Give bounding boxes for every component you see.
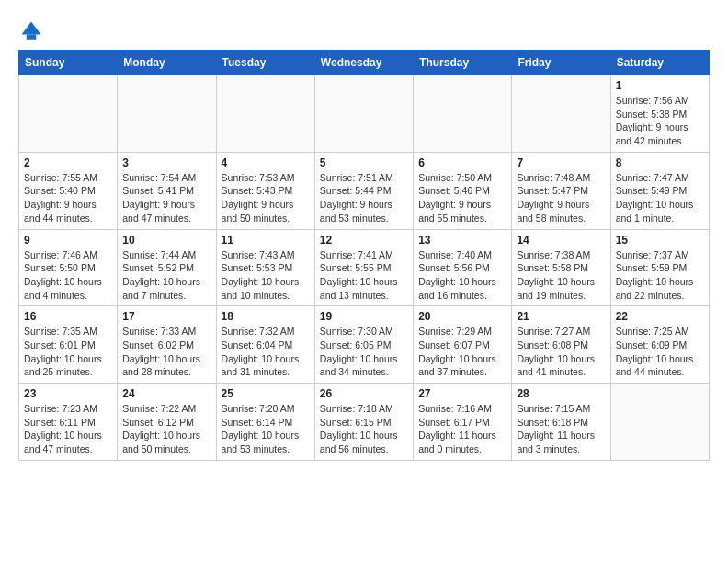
day-cell: [414, 75, 512, 153]
day-number: 7: [517, 156, 605, 169]
day-cell: 25Sunrise: 7:20 AM Sunset: 6:14 PM Dayli…: [216, 384, 314, 461]
day-cell: 1Sunrise: 7:56 AM Sunset: 5:38 PM Daylig…: [610, 75, 709, 153]
day-cell: 8Sunrise: 7:47 AM Sunset: 5:49 PM Daylig…: [610, 152, 709, 229]
day-info: Sunrise: 7:41 AM Sunset: 5:55 PM Dayligh…: [320, 248, 408, 303]
day-cell: 10Sunrise: 7:44 AM Sunset: 5:52 PM Dayli…: [118, 229, 216, 306]
day-cell: [19, 75, 118, 153]
day-cell: 5Sunrise: 7:51 AM Sunset: 5:44 PM Daylig…: [314, 152, 413, 229]
day-info: Sunrise: 7:50 AM Sunset: 5:46 PM Dayligh…: [418, 171, 506, 225]
day-info: Sunrise: 7:51 AM Sunset: 5:44 PM Dayligh…: [320, 171, 408, 225]
day-cell: 26Sunrise: 7:18 AM Sunset: 6:15 PM Dayli…: [314, 384, 413, 461]
day-info: Sunrise: 7:16 AM Sunset: 6:17 PM Dayligh…: [418, 402, 506, 456]
week-row-2: 2Sunrise: 7:55 AM Sunset: 5:40 PM Daylig…: [19, 152, 710, 229]
day-cell: 16Sunrise: 7:35 AM Sunset: 6:01 PM Dayli…: [19, 306, 118, 384]
day-cell: 2Sunrise: 7:55 AM Sunset: 5:40 PM Daylig…: [19, 152, 118, 229]
day-info: Sunrise: 7:56 AM Sunset: 5:38 PM Dayligh…: [616, 94, 704, 148]
day-cell: 6Sunrise: 7:50 AM Sunset: 5:46 PM Daylig…: [414, 152, 512, 229]
day-number: 10: [122, 234, 210, 247]
day-number: 6: [418, 156, 506, 169]
day-cell: [216, 75, 314, 153]
day-info: Sunrise: 7:22 AM Sunset: 6:12 PM Dayligh…: [122, 402, 210, 456]
day-info: Sunrise: 7:53 AM Sunset: 5:43 PM Dayligh…: [222, 171, 310, 225]
day-cell: 7Sunrise: 7:48 AM Sunset: 5:47 PM Daylig…: [512, 152, 610, 229]
day-number: 8: [616, 156, 704, 169]
day-cell: 23Sunrise: 7:23 AM Sunset: 6:11 PM Dayli…: [19, 384, 118, 461]
day-info: Sunrise: 7:43 AM Sunset: 5:53 PM Dayligh…: [222, 248, 310, 303]
day-info: Sunrise: 7:47 AM Sunset: 5:49 PM Dayligh…: [616, 171, 704, 225]
day-info: Sunrise: 7:23 AM Sunset: 6:11 PM Dayligh…: [24, 402, 112, 456]
day-cell: 19Sunrise: 7:30 AM Sunset: 6:05 PM Dayli…: [314, 306, 413, 384]
day-info: Sunrise: 7:20 AM Sunset: 6:14 PM Dayligh…: [222, 402, 310, 456]
day-cell: 11Sunrise: 7:43 AM Sunset: 5:53 PM Dayli…: [216, 229, 314, 306]
day-info: Sunrise: 7:33 AM Sunset: 6:02 PM Dayligh…: [122, 325, 210, 379]
day-number: 17: [122, 310, 210, 323]
day-cell: 24Sunrise: 7:22 AM Sunset: 6:12 PM Dayli…: [118, 384, 216, 461]
day-number: 26: [320, 387, 408, 400]
day-number: 18: [222, 310, 310, 323]
day-number: 16: [24, 310, 112, 323]
week-row-1: 1Sunrise: 7:56 AM Sunset: 5:38 PM Daylig…: [19, 75, 710, 153]
day-number: 13: [418, 234, 506, 247]
day-cell: 27Sunrise: 7:16 AM Sunset: 6:17 PM Dayli…: [414, 384, 512, 461]
day-info: Sunrise: 7:55 AM Sunset: 5:40 PM Dayligh…: [24, 171, 112, 225]
day-info: Sunrise: 7:54 AM Sunset: 5:41 PM Dayligh…: [122, 171, 210, 225]
header: [18, 15, 710, 44]
weekday-header-tuesday: Tuesday: [216, 51, 314, 75]
weekday-header-monday: Monday: [118, 51, 216, 75]
day-cell: [610, 384, 709, 461]
day-number: 5: [320, 156, 408, 169]
day-cell: [512, 75, 610, 153]
day-cell: 4Sunrise: 7:53 AM Sunset: 5:43 PM Daylig…: [216, 152, 314, 229]
day-number: 12: [320, 234, 408, 247]
day-number: 23: [24, 387, 112, 400]
day-cell: [314, 75, 413, 153]
day-info: Sunrise: 7:29 AM Sunset: 6:07 PM Dayligh…: [418, 325, 506, 379]
logo: [18, 18, 46, 44]
day-info: Sunrise: 7:27 AM Sunset: 6:08 PM Dayligh…: [517, 325, 605, 379]
logo-icon: [18, 18, 44, 44]
week-row-3: 9Sunrise: 7:46 AM Sunset: 5:50 PM Daylig…: [19, 229, 710, 306]
calendar-table: SundayMondayTuesdayWednesdayThursdayFrid…: [18, 50, 710, 461]
day-number: 15: [616, 234, 704, 247]
day-info: Sunrise: 7:38 AM Sunset: 5:58 PM Dayligh…: [517, 248, 605, 303]
week-row-4: 16Sunrise: 7:35 AM Sunset: 6:01 PM Dayli…: [19, 306, 710, 384]
day-cell: 22Sunrise: 7:25 AM Sunset: 6:09 PM Dayli…: [610, 306, 709, 384]
day-cell: 12Sunrise: 7:41 AM Sunset: 5:55 PM Dayli…: [314, 229, 413, 306]
day-info: Sunrise: 7:40 AM Sunset: 5:56 PM Dayligh…: [418, 248, 506, 303]
day-cell: 13Sunrise: 7:40 AM Sunset: 5:56 PM Dayli…: [414, 229, 512, 306]
day-info: Sunrise: 7:46 AM Sunset: 5:50 PM Dayligh…: [24, 248, 112, 303]
week-row-5: 23Sunrise: 7:23 AM Sunset: 6:11 PM Dayli…: [19, 384, 710, 461]
day-info: Sunrise: 7:18 AM Sunset: 6:15 PM Dayligh…: [320, 402, 408, 456]
day-number: 14: [517, 234, 605, 247]
day-number: 2: [24, 156, 112, 169]
day-cell: 17Sunrise: 7:33 AM Sunset: 6:02 PM Dayli…: [118, 306, 216, 384]
day-cell: [118, 75, 216, 153]
day-cell: 15Sunrise: 7:37 AM Sunset: 5:59 PM Dayli…: [610, 229, 709, 306]
day-number: 20: [418, 310, 506, 323]
weekday-header-wednesday: Wednesday: [314, 51, 413, 75]
day-number: 19: [320, 310, 408, 323]
day-number: 9: [24, 234, 112, 247]
weekday-header-thursday: Thursday: [414, 51, 512, 75]
day-info: Sunrise: 7:32 AM Sunset: 6:04 PM Dayligh…: [222, 325, 310, 379]
svg-rect-1: [27, 35, 37, 40]
day-info: Sunrise: 7:30 AM Sunset: 6:05 PM Dayligh…: [320, 325, 408, 379]
day-number: 27: [418, 387, 506, 400]
day-number: 24: [122, 387, 210, 400]
day-info: Sunrise: 7:48 AM Sunset: 5:47 PM Dayligh…: [517, 171, 605, 225]
day-info: Sunrise: 7:35 AM Sunset: 6:01 PM Dayligh…: [24, 325, 112, 379]
day-cell: 18Sunrise: 7:32 AM Sunset: 6:04 PM Dayli…: [216, 306, 314, 384]
day-number: 25: [222, 387, 310, 400]
svg-marker-0: [22, 22, 41, 35]
day-cell: 3Sunrise: 7:54 AM Sunset: 5:41 PM Daylig…: [118, 152, 216, 229]
day-cell: 9Sunrise: 7:46 AM Sunset: 5:50 PM Daylig…: [19, 229, 118, 306]
weekday-header-friday: Friday: [512, 51, 610, 75]
day-number: 3: [122, 156, 210, 169]
day-info: Sunrise: 7:37 AM Sunset: 5:59 PM Dayligh…: [616, 248, 704, 303]
day-info: Sunrise: 7:15 AM Sunset: 6:18 PM Dayligh…: [517, 402, 605, 456]
day-number: 21: [517, 310, 605, 323]
day-number: 11: [222, 234, 310, 247]
day-cell: 14Sunrise: 7:38 AM Sunset: 5:58 PM Dayli…: [512, 229, 610, 306]
page: SundayMondayTuesdayWednesdayThursdayFrid…: [0, 0, 728, 476]
day-cell: 21Sunrise: 7:27 AM Sunset: 6:08 PM Dayli…: [512, 306, 610, 384]
